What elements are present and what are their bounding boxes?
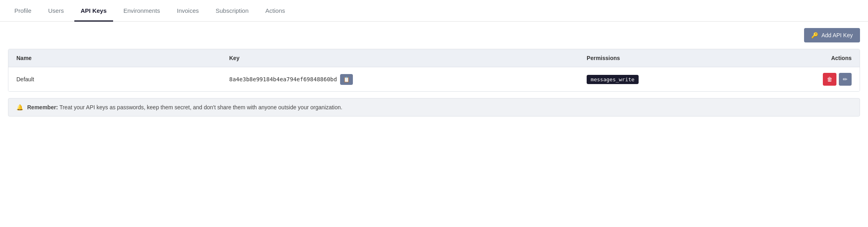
row-permissions-cell: messages_write — [579, 67, 749, 92]
row-actions: 🗑 ✏ — [757, 73, 852, 86]
tab-environments[interactable]: Environments — [117, 0, 167, 22]
add-api-key-button[interactable]: 🔑 Add API Key — [804, 28, 860, 42]
column-name: Name — [8, 49, 221, 67]
column-permissions: Permissions — [579, 49, 749, 67]
column-actions: Actions — [749, 49, 860, 67]
copy-key-button[interactable]: 📋 — [340, 74, 353, 85]
column-key: Key — [221, 49, 579, 67]
row-name: Default — [8, 67, 221, 92]
table-row: Default 8a4e3b8e99184b4ea794ef69848860bd… — [8, 67, 860, 92]
notice-bold: Remember: — [27, 104, 58, 110]
edit-button[interactable]: ✏ — [839, 73, 852, 86]
tab-actions[interactable]: Actions — [259, 0, 291, 22]
tab-users[interactable]: Users — [42, 0, 70, 22]
toolbar: 🔑 Add API Key — [0, 22, 868, 49]
tab-invoices[interactable]: Invoices — [170, 0, 205, 22]
nav-tabs: Profile Users API Keys Environments Invo… — [0, 0, 868, 22]
row-key-cell: 8a4e3b8e99184b4ea794ef69848860bd 📋 — [221, 67, 579, 92]
tab-subscription[interactable]: Subscription — [209, 0, 255, 22]
copy-icon: 📋 — [343, 76, 350, 82]
tab-profile[interactable]: Profile — [8, 0, 38, 22]
notice-text: Remember: Treat your API keys as passwor… — [27, 104, 342, 110]
key-container: 8a4e3b8e99184b4ea794ef69848860bd 📋 — [229, 74, 571, 85]
api-keys-table: Name Key Permissions Actions Default 8a4… — [8, 49, 860, 91]
notice-icon: 🔔 — [16, 104, 23, 110]
notice-bar: 🔔 Remember: Treat your API keys as passw… — [8, 98, 860, 117]
notice-body: Treat your API keys as passwords, keep t… — [58, 104, 342, 110]
edit-icon: ✏ — [843, 76, 848, 82]
delete-button[interactable]: 🗑 — [823, 73, 836, 86]
delete-icon: 🗑 — [827, 76, 832, 82]
permission-badge: messages_write — [587, 75, 639, 84]
table-body: Default 8a4e3b8e99184b4ea794ef69848860bd… — [8, 67, 860, 92]
key-value: 8a4e3b8e99184b4ea794ef69848860bd — [229, 76, 337, 82]
add-button-label: Add API Key — [821, 32, 853, 38]
table-header: Name Key Permissions Actions — [8, 49, 860, 67]
api-keys-table-container: Name Key Permissions Actions Default 8a4… — [8, 49, 860, 92]
row-actions-cell: 🗑 ✏ — [749, 67, 860, 92]
key-icon: 🔑 — [811, 32, 818, 38]
tab-api-keys[interactable]: API Keys — [74, 0, 113, 22]
